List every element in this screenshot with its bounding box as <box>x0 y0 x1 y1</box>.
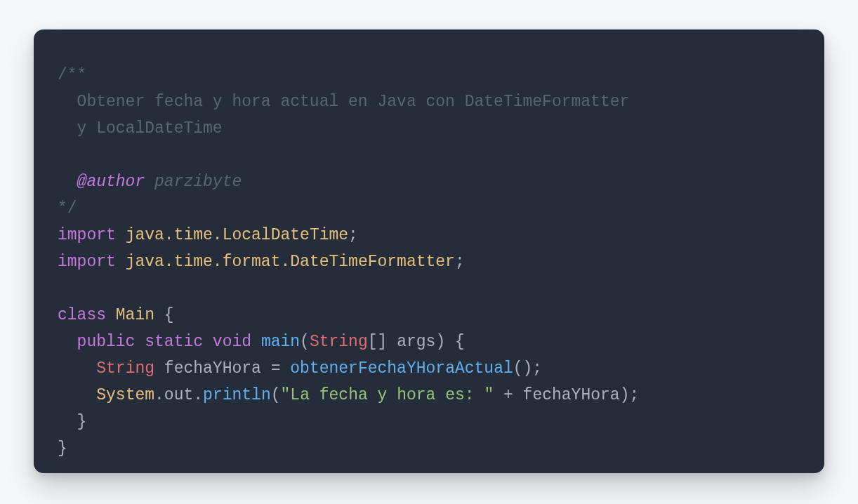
empty-call: () <box>513 359 533 378</box>
package-path: java.time.format. <box>116 253 290 271</box>
keyword-static: static <box>135 333 203 351</box>
type-string: String <box>310 333 368 351</box>
keyword-import: import <box>58 253 116 271</box>
semicolon: ; <box>348 226 358 244</box>
plus-operator: + <box>494 386 522 404</box>
keyword-public: public <box>77 333 136 351</box>
keyword-class: class <box>58 306 106 324</box>
method-call: obtenerFechaYHoraActual <box>290 359 513 378</box>
comment-line: Obtener fecha y hora actual en Java con … <box>58 93 629 111</box>
param-name: args <box>397 333 435 351</box>
keyword-import: import <box>58 226 116 244</box>
class-system: System <box>96 386 154 404</box>
variable-ref: fechaYHora <box>523 386 620 404</box>
method-name: main <box>251 333 300 351</box>
string-literal: "La fecha y hora es: " <box>281 386 494 404</box>
dot: . <box>193 386 203 404</box>
package-path: java.time. <box>116 226 223 244</box>
semicolon: ; <box>532 359 542 378</box>
comment-line: /** <box>58 66 86 84</box>
class-ref: LocalDateTime <box>223 226 348 244</box>
semicolon: ; <box>455 253 465 271</box>
method-println: println <box>203 386 271 404</box>
paren: ) <box>435 333 445 351</box>
class-name: Main <box>106 306 164 324</box>
paren: ( <box>271 386 281 404</box>
brace: } <box>77 413 87 431</box>
doc-author-value: parzibyte <box>145 173 242 191</box>
class-ref: DateTimeFormatter <box>290 253 455 271</box>
comment-line: y LocalDateTime <box>58 119 223 138</box>
paren: ( <box>300 333 310 351</box>
code-panel: /** Obtener fecha y hora actual en Java … <box>34 29 824 473</box>
equals: = <box>271 359 291 378</box>
indent <box>58 386 96 404</box>
dot: . <box>154 386 164 404</box>
brace: } <box>58 439 67 458</box>
array-brackets: [] <box>368 333 397 351</box>
keyword-void: void <box>203 333 251 351</box>
field-out: out <box>164 386 193 404</box>
doc-author-tag: @author <box>58 173 145 191</box>
brace: { <box>164 306 174 324</box>
indent <box>58 359 96 378</box>
space-brace: { <box>445 333 465 351</box>
variable-name: fechaYHora <box>154 359 271 378</box>
code-block: /** Obtener fecha y hora actual en Java … <box>58 62 800 462</box>
close-paren-semi: ); <box>620 386 640 404</box>
comment-line: */ <box>58 199 77 218</box>
type-string: String <box>96 359 154 378</box>
indent <box>58 413 77 431</box>
indent <box>58 333 77 351</box>
